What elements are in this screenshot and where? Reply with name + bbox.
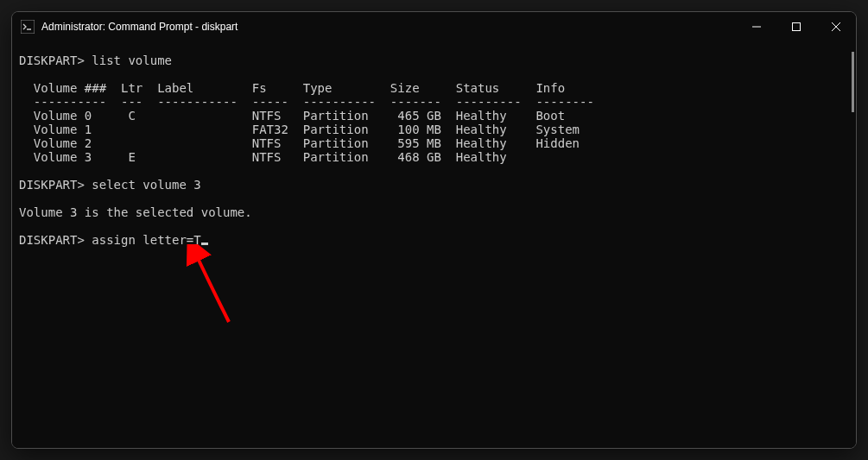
table-row: Volume 2 NTFS Partition 595 MB Healthy H…: [19, 136, 580, 150]
scrollbar-thumb[interactable]: [852, 52, 854, 112]
titlebar[interactable]: Administrator: Command Prompt - diskpart: [12, 12, 856, 41]
table-row: Volume 3 E NTFS Partition 468 GB Healthy: [19, 150, 507, 164]
table-divider: ---------- --- ----------- ----- -------…: [19, 95, 594, 109]
table-header: Volume ### Ltr Label Fs Type Size Status…: [19, 81, 565, 95]
text-cursor: [201, 243, 208, 245]
command-select-volume: select volume 3: [92, 178, 200, 192]
prompt: DISKPART>: [19, 54, 85, 67]
close-button[interactable]: [816, 12, 856, 41]
window-controls: [737, 12, 856, 41]
maximize-button[interactable]: [776, 12, 816, 41]
svg-rect-0: [21, 20, 35, 34]
terminal-output[interactable]: DISKPART> list volume Volume ### Ltr Lab…: [12, 41, 856, 448]
minimize-button[interactable]: [737, 12, 776, 41]
command-list-volume: list volume: [92, 54, 172, 67]
svg-rect-3: [793, 23, 801, 31]
prompt: DISKPART>: [19, 233, 85, 247]
app-icon: [21, 20, 35, 34]
command-prompt-window: Administrator: Command Prompt - diskpart…: [11, 11, 857, 449]
command-assign-letter: assign letter=T: [92, 233, 200, 247]
window-title: Administrator: Command Prompt - diskpart: [41, 21, 737, 33]
select-response: Volume 3 is the selected volume.: [19, 205, 252, 219]
prompt: DISKPART>: [19, 178, 85, 192]
table-row: Volume 1 FAT32 Partition 100 MB Healthy …: [19, 123, 580, 136]
table-row: Volume 0 C NTFS Partition 465 GB Healthy…: [19, 109, 565, 123]
